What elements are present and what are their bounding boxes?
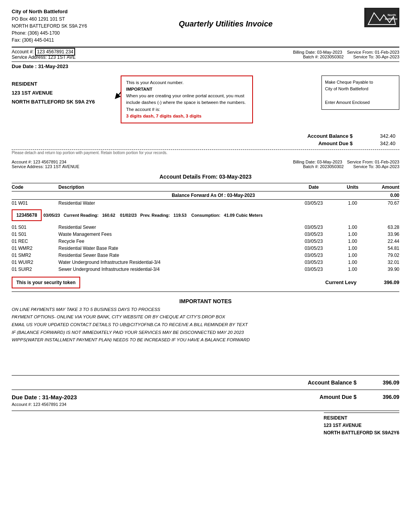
bottom-due-left: Due Date : 31-May-2023 Account #: 123 45… <box>12 394 77 407</box>
bottom-resident-address1: 123 1ST AVENUE <box>324 422 399 429</box>
col-amount: Amount <box>368 184 399 190</box>
item-date: 03/05/23 <box>290 232 337 237</box>
important-note-1: ON LINE PAYMENTS MAY TAKE 3 TO 5 BUSINES… <box>12 306 399 314</box>
company-info: City of North Battleford PO Box 460 1291… <box>12 8 87 44</box>
account2-service-to-value: 30-Apr-2023 <box>376 164 399 169</box>
account2-number-line: Account #: 123 4567891 234 <box>12 160 79 164</box>
bottom-amount-due-value: 396.09 <box>372 394 399 400</box>
line-item: 01 S01 Waste Management Fees 03/05/23 1.… <box>12 231 399 238</box>
bottom-section: Account Balance $ 396.09 Due Date : 31-M… <box>12 375 399 437</box>
due-date-label: Due Date : <box>12 63 37 69</box>
bottom-due-date-label: Due Date : <box>12 394 40 400</box>
balance-forward-label: Balance Forward As Of : 03-May-2023 <box>58 193 368 198</box>
item-amount: 70.67 <box>368 200 399 206</box>
company-name: City of North Battleford <box>12 8 87 16</box>
service-address-label: Service Address: <box>12 54 47 60</box>
resident-address1: 123 1ST AVENUE <box>12 88 95 97</box>
detach-text: Please detach and return top portion wit… <box>12 151 167 155</box>
item-date: 03/05/23 <box>290 267 337 272</box>
svg-text:North: North <box>388 13 396 17</box>
item-amount: 63.28 <box>368 225 399 230</box>
consumption-value: 41.09 Cubic Meters <box>224 213 263 218</box>
current-levy-label: Current Levy <box>325 279 357 285</box>
tooltip-line1: This is your Account number. <box>126 79 248 86</box>
header: City of North Battleford PO Box 460 1291… <box>12 8 399 44</box>
batch-line: Batch #: 2023050302 Service To: 30-Apr-2… <box>293 54 399 59</box>
item-date: 03/05/23 <box>290 225 337 230</box>
prev-date: 01/02/23 <box>120 213 137 218</box>
important-notes: IMPORTANT NOTES ON LINE PAYMENTS MAY TAK… <box>12 298 399 344</box>
reading-row-container: 12345678 03/05/23 Current Reading: 160.6… <box>12 207 399 223</box>
logo-area: North Battleford <box>364 8 399 27</box>
billing-date-line: Billing Date: 03-May-2023 Service From: … <box>293 50 399 54</box>
item-units: 1.00 <box>337 239 368 244</box>
item-date: 03/05/23 <box>290 200 337 206</box>
account2-right: Billing Date: 03-May-2023 Service From: … <box>293 160 399 169</box>
account2-billing-date-label: Billing Date: <box>293 160 316 164</box>
cheque-payable-label: Make Cheque Payable to <box>325 79 396 86</box>
item-date: 03/05/23 <box>290 246 337 251</box>
billing-date-label: Billing Date: <box>293 50 316 54</box>
account2-billing-date-line: Billing Date: 03-May-2023 Service From: … <box>293 160 399 164</box>
service-to-label: Service To: <box>353 54 374 59</box>
account2-billing-date-value: 03-May-2023 <box>317 160 342 164</box>
bottom-account-balance-label: Account Balance $ <box>308 379 357 386</box>
item-code: 01 REC <box>12 239 58 244</box>
current-reading-value: 160.62 <box>102 213 115 218</box>
important-note-2: PAYMENT OPTIONS- ONLINE VIA YOUR BANK, C… <box>12 313 399 321</box>
bottom-account-number-value: 123 4567891 234 <box>33 402 67 407</box>
line-item: 01 SMR2 Residential Sewer Base Rate 03/0… <box>12 252 399 259</box>
account2-number-value: 123 4567891 234 <box>33 160 67 164</box>
service-from-label: Service From: <box>347 50 373 54</box>
account-number-line: Account #: 123 4567891 234 <box>12 49 76 54</box>
account2-service-address-value: 123 1ST AVENUE <box>45 164 79 169</box>
col-units: Units <box>337 184 368 190</box>
account-bar2: Account #: 123 4567891 234 Service Addre… <box>12 158 399 170</box>
consumption-label: Consumption: <box>191 213 221 218</box>
account-bar-right: Billing Date: 03-May-2023 Service From: … <box>293 50 399 59</box>
account-bar: Account #: 123 4567891 234 Service Addre… <box>12 47 399 62</box>
item-description: Water Underground Infrastructure Residen… <box>58 260 290 265</box>
cheque-amount-label: Enter Amount Enclosed <box>325 99 396 106</box>
item-amount: 22.44 <box>368 239 399 244</box>
account2-batch-value: 2023050302 <box>320 164 344 169</box>
cheque-box: Make Cheque Payable to City of North Bat… <box>321 75 399 110</box>
account-details-title: Account Details From: 03-May-2023 <box>12 174 399 180</box>
service-address-value: 123 1ST AVE <box>48 54 76 60</box>
account2-batch-line: Batch #: 2023050302 Service To: 30-Apr-2… <box>293 164 399 169</box>
important-notes-title: IMPORTANT NOTES <box>12 298 399 304</box>
prev-reading-value: 119.53 <box>174 213 187 218</box>
invoice-title: Quarterly Utilities Invoice <box>87 19 364 28</box>
item-date: 03/05/23 <box>290 260 337 265</box>
account2-service-from-label: Service From: <box>347 160 373 164</box>
item-units: 1.00 <box>337 246 368 251</box>
item-code: 01 SUIR2 <box>12 267 58 272</box>
line-item: 01 S01 Residential Sewer 03/05/23 1.00 6… <box>12 224 399 231</box>
company-fax: Fax: (306) 445-0411 <box>12 37 87 44</box>
current-reading-label: Current Reading: <box>63 213 98 218</box>
item-description: Residential Sewer <box>58 225 290 230</box>
bottom-account-balance-row: Account Balance $ 396.09 <box>308 379 399 386</box>
col-description: Description <box>58 184 290 190</box>
bottom-due-right: Amount Due $ 396.09 <box>320 394 399 400</box>
item-date: 03/05/23 <box>290 253 337 258</box>
important-note-5: WIPPS(WATER INSTALLMENT PAYMENT PLAN) NE… <box>12 336 399 344</box>
bottom-due-date-value: 31-May-2023 <box>42 394 77 400</box>
service-from-value: 01-Feb-2023 <box>375 50 399 54</box>
bottom-balances: Account Balance $ 396.09 <box>12 379 399 386</box>
account2-service-address-line: Service Address: 123 1ST AVENUE <box>12 164 79 169</box>
due-date-value: 31-May-2023 <box>38 63 68 69</box>
item-description: Residential Sewer Base Rate <box>58 253 290 258</box>
service-to-value: 30-Apr-2023 <box>376 54 399 59</box>
item-amount: 33.96 <box>368 232 399 237</box>
reading-details: 03/05/23 Current Reading: 160.62 01/02/2… <box>43 213 263 218</box>
resident-name: RESIDENT <box>12 79 95 88</box>
amount-due-row: Amount Due $ 342.40 <box>12 140 395 146</box>
billing-date-value: 03-May-2023 <box>317 50 342 54</box>
security-token-display: This is your security token <box>12 277 80 288</box>
bottom-account-balance-value: 396.09 <box>372 379 399 386</box>
item-code: 01 S01 <box>12 225 58 230</box>
important-note-4: IF (BALANCE FORWARD) IS NOT IMMEDIATELY … <box>12 329 399 337</box>
col-date: Date <box>290 184 337 190</box>
item-description: Residential Water Base Rate <box>58 246 290 251</box>
